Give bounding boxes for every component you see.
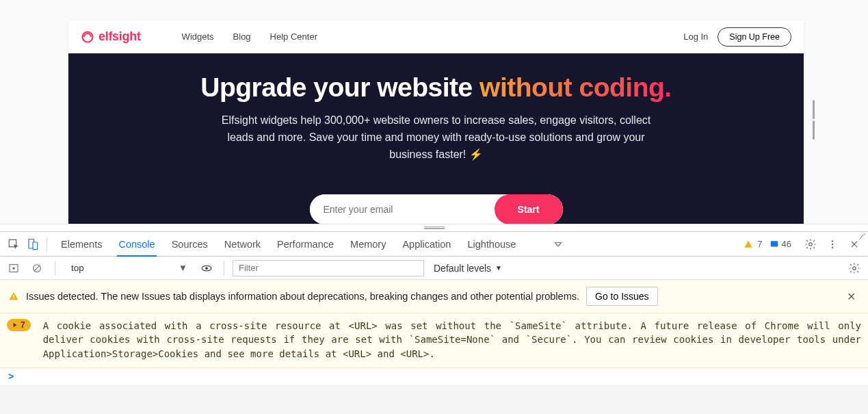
- svg-rect-15: [13, 298, 14, 299]
- svg-point-7: [832, 243, 833, 244]
- warning-count-badge: 7: [7, 319, 31, 331]
- levels-label: Default levels: [434, 263, 491, 274]
- clear-console-icon[interactable]: [27, 259, 47, 278]
- warning-count[interactable]: 7: [757, 239, 762, 249]
- grip-icon: [424, 227, 445, 229]
- filter-input[interactable]: [233, 260, 424, 276]
- tab-elements[interactable]: Elements: [61, 232, 102, 256]
- site-nav: Widgets Blog Help Center: [182, 31, 317, 42]
- go-to-issues-button[interactable]: Go to Issues: [586, 287, 658, 306]
- site-header: elfsight Widgets Blog Help Center Log In…: [68, 21, 804, 53]
- hero-sub-text: Elfsight widgets help 300,000+ website o…: [222, 114, 650, 160]
- inspect-element-icon[interactable]: [4, 235, 23, 254]
- expand-arrow-icon: [12, 322, 18, 328]
- chevron-down-icon: ▼: [495, 264, 502, 272]
- warning-triangle-icon: [744, 240, 753, 249]
- more-tabs-icon[interactable]: [549, 235, 568, 254]
- tabbar-right: 7 46: [744, 235, 864, 254]
- brand-logo-icon: [81, 30, 94, 44]
- login-link[interactable]: Log In: [683, 31, 708, 42]
- start-button[interactable]: Start: [495, 194, 563, 224]
- separator: [47, 237, 47, 251]
- info-badge-icon: [770, 240, 779, 249]
- kebab-menu-icon[interactable]: [823, 235, 842, 254]
- console-settings-gear-icon[interactable]: [845, 259, 864, 278]
- devtools-resize-bar[interactable]: ⟋: [0, 224, 868, 231]
- hero-title: Upgrade your website without coding.: [89, 73, 783, 103]
- nav-widgets[interactable]: Widgets: [182, 31, 214, 42]
- signup-button[interactable]: Sign Up Free: [718, 27, 791, 47]
- lightning-icon: ⚡: [469, 148, 483, 160]
- devtools-panel: Elements Console Sources Network Perform…: [0, 231, 868, 385]
- svg-point-8: [832, 246, 833, 248]
- tab-lighthouse[interactable]: Lighthouse: [467, 232, 516, 256]
- context-label: top: [71, 263, 84, 273]
- svg-point-5: [809, 242, 813, 246]
- devtools-tabs: Elements Console Sources Network Perform…: [61, 232, 568, 256]
- play-pause-icon[interactable]: [4, 259, 23, 278]
- context-selector[interactable]: top ▼: [64, 259, 194, 277]
- console-message: A cookie associated with a cross-site re…: [43, 319, 861, 361]
- svg-rect-14: [13, 295, 14, 297]
- tab-application[interactable]: Application: [402, 232, 451, 256]
- console-warning-row[interactable]: 7 A cookie associated with a cross-site …: [0, 313, 868, 368]
- badge-number: 7: [21, 320, 25, 330]
- svg-point-13: [853, 266, 856, 270]
- webpage-viewport: elfsight Widgets Blog Help Center Log In…: [0, 0, 868, 224]
- svg-point-6: [832, 240, 833, 242]
- separator: [224, 261, 224, 275]
- svg-point-12: [205, 267, 208, 270]
- console-filter-bar: top ▼ Default levels ▼: [0, 257, 868, 280]
- hero-subtitle: Elfsight widgets help 300,000+ website o…: [218, 112, 655, 163]
- console-prompt[interactable]: >: [0, 368, 868, 385]
- hero-section: Upgrade your website without coding. Elf…: [68, 53, 804, 224]
- resize-handle-icon[interactable]: ⟋: [856, 229, 868, 244]
- tab-console[interactable]: Console: [118, 232, 155, 256]
- email-input[interactable]: [310, 194, 495, 224]
- email-cta: Start: [310, 194, 563, 224]
- svg-rect-4: [770, 241, 778, 246]
- hero-title-plain: Upgrade your website: [200, 73, 479, 102]
- info-count[interactable]: 46: [782, 239, 791, 249]
- issues-banner: Issues detected. The new Issues tab disp…: [0, 280, 868, 313]
- hero-title-gradient: without coding.: [479, 73, 672, 102]
- device-toolbar-icon[interactable]: [23, 235, 42, 254]
- issues-text: Issues detected. The new Issues tab disp…: [26, 291, 579, 302]
- close-icon[interactable]: ✕: [843, 290, 860, 303]
- devtools-tabbar: Elements Console Sources Network Perform…: [0, 232, 868, 257]
- brand-name: elfsight: [98, 29, 141, 44]
- live-expression-icon[interactable]: [198, 259, 215, 277]
- nav-help-center[interactable]: Help Center: [270, 31, 317, 42]
- tab-network[interactable]: Network: [224, 232, 261, 256]
- log-levels-selector[interactable]: Default levels ▼: [434, 263, 502, 274]
- tab-performance[interactable]: Performance: [277, 232, 334, 256]
- site-header-right: Log In Sign Up Free: [683, 27, 791, 47]
- tab-sources[interactable]: Sources: [172, 232, 208, 256]
- prompt-chevron-icon: >: [8, 371, 14, 382]
- nav-blog[interactable]: Blog: [233, 31, 251, 42]
- site-frame: elfsight Widgets Blog Help Center Log In…: [68, 21, 804, 224]
- chevron-down-icon: ▼: [179, 263, 187, 273]
- separator: [55, 261, 55, 275]
- tab-memory[interactable]: Memory: [350, 232, 386, 256]
- page-scrollbar[interactable]: [813, 100, 815, 140]
- warning-triangle-icon: [8, 291, 19, 302]
- settings-gear-icon[interactable]: [801, 235, 820, 254]
- svg-rect-3: [33, 242, 38, 250]
- brand[interactable]: elfsight: [81, 29, 141, 44]
